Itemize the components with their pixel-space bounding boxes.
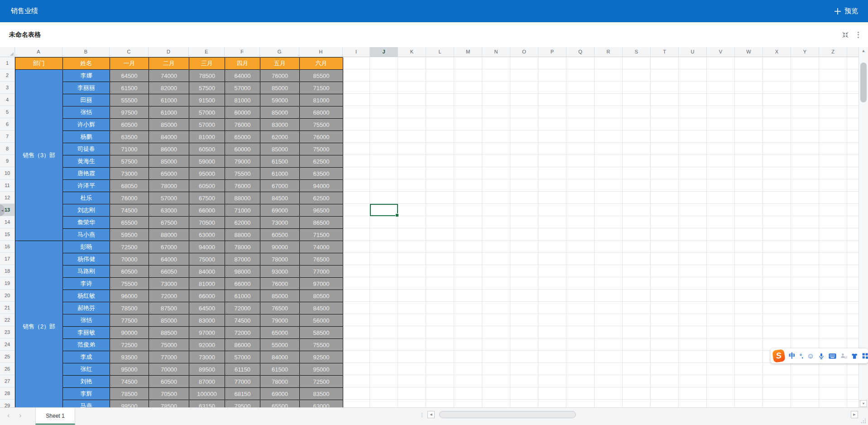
col-header-F[interactable]: F (225, 47, 260, 57)
cell-D22[interactable]: 85000 (149, 314, 189, 327)
row-header-15[interactable]: 15 (0, 228, 14, 241)
cell-H16[interactable]: 74000 (300, 241, 343, 253)
cell-C8[interactable]: 71000 (110, 143, 149, 155)
prev-sheet-arrow[interactable]: ‹ (7, 411, 10, 420)
cell-B26[interactable]: 张红 (63, 363, 110, 376)
cell-D2[interactable]: 74000 (149, 70, 189, 82)
row-header-22[interactable]: 22 (0, 314, 14, 326)
cell-B14[interactable]: 詹荣华 (63, 217, 110, 229)
cell-B20[interactable]: 杨红敏 (63, 290, 110, 302)
cell-E4[interactable]: 91500 (189, 94, 225, 106)
scrollbar-splitter-handle[interactable] (422, 413, 422, 417)
cell-G13[interactable]: 69000 (260, 204, 300, 217)
cell-C15[interactable]: 59500 (110, 229, 149, 241)
cell-H7[interactable]: 76000 (300, 131, 343, 143)
cell-C12[interactable]: 76000 (110, 192, 149, 204)
punctuation-icon[interactable]: °, (800, 353, 803, 359)
col-header-T[interactable]: T (651, 47, 679, 57)
cell-F16[interactable]: 78000 (225, 241, 260, 253)
cell-G24[interactable]: 55000 (260, 339, 300, 351)
cell-B4[interactable]: 田丽 (63, 94, 110, 106)
cell-F12[interactable]: 88000 (225, 192, 260, 204)
col-header-N[interactable]: N (482, 47, 510, 57)
selected-cell-J13[interactable] (370, 204, 398, 216)
cell-H19[interactable]: 97000 (300, 278, 343, 290)
cell-B18[interactable]: 马路刚 (63, 266, 110, 278)
cell-C28[interactable]: 78500 (110, 388, 149, 400)
cell-C3[interactable]: 61500 (110, 82, 149, 94)
cell-D6[interactable]: 85000 (149, 119, 189, 131)
cell-E2[interactable]: 78500 (189, 70, 225, 82)
cell-B21[interactable]: 郝艳芬 (63, 302, 110, 314)
header-cell-E1[interactable]: 三月 (189, 58, 225, 70)
col-header-R[interactable]: R (595, 47, 623, 57)
row-header-11[interactable]: 11 (0, 179, 14, 192)
cell-D21[interactable]: 87500 (149, 302, 189, 314)
cell-F25[interactable]: 57000 (225, 351, 260, 363)
cell-D13[interactable]: 63000 (149, 204, 189, 217)
cell-B12[interactable]: 杜乐 (63, 192, 110, 204)
cell-C5[interactable]: 97500 (110, 106, 149, 119)
cell-C21[interactable]: 78500 (110, 302, 149, 314)
cell-G28[interactable]: 69000 (260, 388, 300, 400)
row-header-5[interactable]: 5 (0, 106, 14, 118)
col-header-P[interactable]: P (538, 47, 566, 57)
cell-F11[interactable]: 76000 (225, 180, 260, 192)
cell-E29[interactable]: 63150 (189, 400, 225, 407)
cell-F18[interactable]: 98000 (225, 266, 260, 278)
cell-D23[interactable]: 88500 (149, 327, 189, 339)
toolbox-icon[interactable] (862, 353, 868, 359)
col-header-D[interactable]: D (149, 47, 189, 57)
cell-C27[interactable]: 74500 (110, 376, 149, 388)
cell-H22[interactable]: 56000 (300, 314, 343, 327)
cell-D10[interactable]: 65000 (149, 168, 189, 180)
cell-H17[interactable]: 76500 (300, 253, 343, 266)
cell-G3[interactable]: 85000 (260, 82, 300, 94)
col-header-I[interactable]: I (343, 47, 370, 57)
cell-E5[interactable]: 57000 (189, 106, 225, 119)
cell-C2[interactable]: 64500 (110, 70, 149, 82)
cell-F28[interactable]: 68150 (225, 388, 260, 400)
merged-dept-cell-1[interactable]: 销售（2）部 (15, 241, 63, 407)
col-header-Q[interactable]: Q (566, 47, 595, 57)
cell-H8[interactable]: 75000 (300, 143, 343, 155)
cell-G20[interactable]: 85000 (260, 290, 300, 302)
cell-E16[interactable]: 94000 (189, 241, 225, 253)
cell-E15[interactable]: 63000 (189, 229, 225, 241)
cell-F8[interactable]: 60000 (225, 143, 260, 155)
row-header-29[interactable]: 29 (0, 400, 14, 407)
cell-D8[interactable]: 86000 (149, 143, 189, 155)
col-header-Z[interactable]: Z (819, 47, 847, 57)
row-header-21[interactable]: 21 (0, 302, 14, 314)
cell-B8[interactable]: 司徒春 (63, 143, 110, 155)
cell-H4[interactable]: 81000 (300, 94, 343, 106)
cell-H20[interactable]: 80500 (300, 290, 343, 302)
col-header-A[interactable]: A (15, 47, 62, 57)
sogou-logo-icon[interactable]: S (772, 349, 786, 362)
cell-C19[interactable]: 75500 (110, 278, 149, 290)
row-header-24[interactable]: 24 (0, 338, 14, 351)
cell-G5[interactable]: 85000 (260, 106, 300, 119)
cell-E17[interactable]: 75000 (189, 253, 225, 266)
cell-G7[interactable]: 62000 (260, 131, 300, 143)
row-header-16[interactable]: 16 (0, 241, 14, 253)
cell-E3[interactable]: 57500 (189, 82, 225, 94)
next-sheet-arrow[interactable]: › (19, 411, 21, 420)
col-header-V[interactable]: V (707, 47, 735, 57)
col-header-G[interactable]: G (260, 47, 299, 57)
user-12-icon[interactable]: 12 (840, 353, 847, 359)
cell-H14[interactable]: 86500 (300, 217, 343, 229)
row-header-25[interactable]: 25 (0, 351, 14, 363)
cell-H23[interactable]: 58500 (300, 327, 343, 339)
cell-H27[interactable]: 72500 (300, 376, 343, 388)
col-header-H[interactable]: H (299, 47, 343, 57)
col-header-S[interactable]: S (623, 47, 651, 57)
cell-B28[interactable]: 李辉 (63, 388, 110, 400)
header-cell-B1[interactable]: 姓名 (63, 58, 110, 70)
col-header-C[interactable]: C (110, 47, 149, 57)
cell-D25[interactable]: 77000 (149, 351, 189, 363)
cell-H11[interactable]: 94000 (300, 180, 343, 192)
cell-B17[interactable]: 杨伟健 (63, 253, 110, 266)
cell-C10[interactable]: 73000 (110, 168, 149, 180)
cell-H28[interactable]: 83500 (300, 388, 343, 400)
